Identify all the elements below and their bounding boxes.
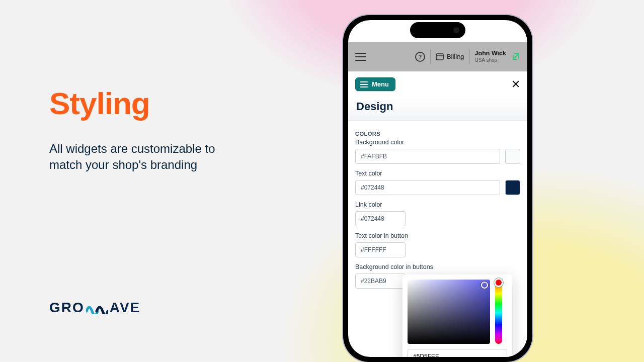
billing-label: Billing (447, 53, 464, 60)
color-picker[interactable] (403, 275, 512, 357)
user-shop: USA shop (475, 57, 506, 63)
menu-label: Menu (372, 80, 389, 88)
color-picker-hex-input[interactable] (408, 349, 507, 357)
label-text-color: Text color (355, 170, 520, 177)
subheadline: All widgets are customizable to match yo… (49, 141, 230, 173)
app-topbar: Billing John Wick USA shop (348, 42, 527, 71)
headline-text: Styling (49, 85, 150, 121)
logo-wave-icon (86, 301, 108, 314)
label-button-text-color: Text color in button (355, 232, 520, 239)
group-colors: COLORS (355, 131, 520, 137)
phone-frame: Billing John Wick USA shop Menu ✕ (343, 15, 532, 362)
logo-text-right: AVE (110, 300, 141, 316)
input-text-color[interactable] (355, 180, 500, 195)
menu-button[interactable]: Menu (355, 77, 395, 91)
divider (469, 49, 470, 64)
user-box[interactable]: John Wick USA shop (475, 50, 506, 63)
help-icon[interactable] (415, 52, 425, 62)
page-title: Design (348, 96, 527, 121)
swatch-text-color[interactable] (505, 180, 520, 195)
input-link-color[interactable] (355, 211, 406, 226)
svg-rect-0 (436, 54, 443, 60)
subheader: Menu ✕ (348, 71, 527, 96)
hue-cursor[interactable] (494, 278, 503, 287)
phone-notch (410, 22, 465, 38)
label-background-color: Background color (355, 139, 520, 146)
input-button-bg-color[interactable] (355, 274, 406, 289)
input-button-text-color[interactable] (355, 242, 406, 257)
label-button-bg-color: Background color in buttons (355, 263, 520, 270)
external-link-icon[interactable] (511, 52, 520, 61)
hamburger-icon[interactable] (355, 53, 366, 61)
close-icon[interactable]: ✕ (511, 78, 520, 91)
billing-link[interactable]: Billing (436, 53, 464, 60)
design-panel: COLORS Background color Text color (348, 121, 527, 357)
field-link-color: Link color (355, 201, 520, 226)
color-picker-saturation[interactable] (408, 280, 490, 344)
menu-icon (360, 81, 368, 87)
input-background-color[interactable] (355, 149, 500, 164)
field-text-color: Text color (355, 170, 520, 195)
swatch-background-color[interactable] (505, 149, 520, 164)
marketing-slide: Styling All widgets are customizable to … (0, 0, 644, 362)
field-background-color: Background color (355, 139, 520, 164)
label-link-color: Link color (355, 201, 520, 208)
saturation-cursor[interactable] (481, 282, 488, 289)
user-name: John Wick (475, 50, 506, 57)
field-button-text-color: Text color in button (355, 232, 520, 257)
headline: Styling (49, 85, 150, 121)
color-picker-hue[interactable] (495, 280, 502, 344)
phone-screen: Billing John Wick USA shop Menu ✕ (348, 20, 527, 357)
divider (430, 49, 431, 64)
growave-logo: GRO AVE (49, 300, 140, 316)
logo-text-left: GRO (49, 300, 85, 316)
